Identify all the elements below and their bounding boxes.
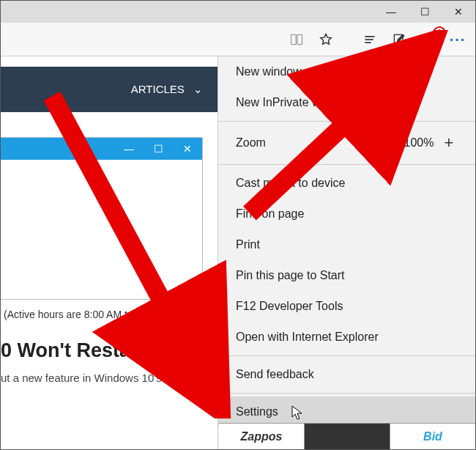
embedded-close-icon: ✕ (173, 143, 202, 155)
ad-slot-3[interactable]: Bid (390, 424, 475, 449)
menu-print[interactable]: Print (218, 229, 475, 260)
nav-articles-link[interactable]: ARTICLES ⌄ (131, 83, 203, 96)
zoom-in-button[interactable]: + (437, 133, 461, 152)
menu-separator (218, 121, 475, 122)
zoom-label: Zoom (236, 136, 377, 150)
favorites-star-icon[interactable] (311, 25, 341, 54)
annotation-step-2: 2 (215, 399, 228, 412)
svg-point-6 (423, 34, 434, 45)
web-notes-icon[interactable] (384, 25, 414, 54)
browser-toolbar: 1 ··· (1, 23, 475, 56)
article-headline[interactable]: 0 Won't Restart at a Ba (1, 339, 215, 362)
hub-icon[interactable] (355, 25, 384, 54)
article-body-text: ut a new feature in Windows 10's (1, 372, 220, 384)
close-button[interactable]: ✕ (442, 1, 475, 23)
share-icon[interactable]: 1 (414, 25, 443, 54)
site-navbar: ARTICLES ⌄ (1, 67, 220, 112)
mouse-cursor-icon (291, 405, 303, 421)
minimize-button[interactable]: — (374, 1, 408, 23)
more-menu-panel: New window New InPrivate window Zoom − 1… (217, 56, 475, 449)
svg-rect-1 (297, 34, 302, 44)
more-menu-button[interactable]: ··· (443, 25, 472, 54)
page-content: ARTICLES ⌄ — ☐ ✕ (Active hours are 8:00 … (1, 56, 475, 449)
ad-slot-2[interactable] (305, 424, 390, 449)
zoom-value: 100% (401, 136, 437, 150)
window-titlebar: — ☐ ✕ (1, 1, 475, 23)
image-caption: (Active hours are 8:00 AM to 0 PM.) (1, 306, 169, 323)
maximize-button[interactable]: ☐ (408, 1, 442, 23)
svg-rect-0 (291, 34, 297, 44)
menu-open-ie[interactable]: Open with Internet Explorer (218, 322, 475, 353)
menu-separator (218, 164, 475, 165)
embedded-minimize-icon: — (114, 143, 144, 155)
menu-separator (218, 393, 475, 394)
embedded-window: — ☐ ✕ (0, 137, 203, 300)
ad-slot-1[interactable]: Zappos (219, 424, 305, 449)
menu-pin[interactable]: Pin this page to Start (218, 260, 475, 291)
menu-feedback[interactable]: Send feedback (218, 359, 475, 390)
embedded-maximize-icon: ☐ (144, 143, 173, 155)
menu-new-window[interactable]: New window (218, 56, 475, 87)
menu-zoom-row: Zoom − 100% + (218, 125, 475, 161)
embedded-window-titlebar: — ☐ ✕ (0, 138, 202, 160)
embedded-window-body (0, 160, 202, 299)
reading-view-icon[interactable] (282, 25, 311, 54)
menu-find[interactable]: Find on page (218, 199, 475, 229)
zoom-out-button[interactable]: − (377, 133, 401, 152)
chevron-down-icon: ⌄ (193, 83, 203, 95)
menu-cast[interactable]: Cast media to device (218, 168, 475, 199)
menu-separator (218, 355, 475, 356)
menu-devtools[interactable]: F12 Developer Tools (218, 291, 475, 322)
menu-new-inprivate[interactable]: New InPrivate window (218, 87, 475, 118)
ad-row: Zappos Bid (219, 423, 475, 449)
